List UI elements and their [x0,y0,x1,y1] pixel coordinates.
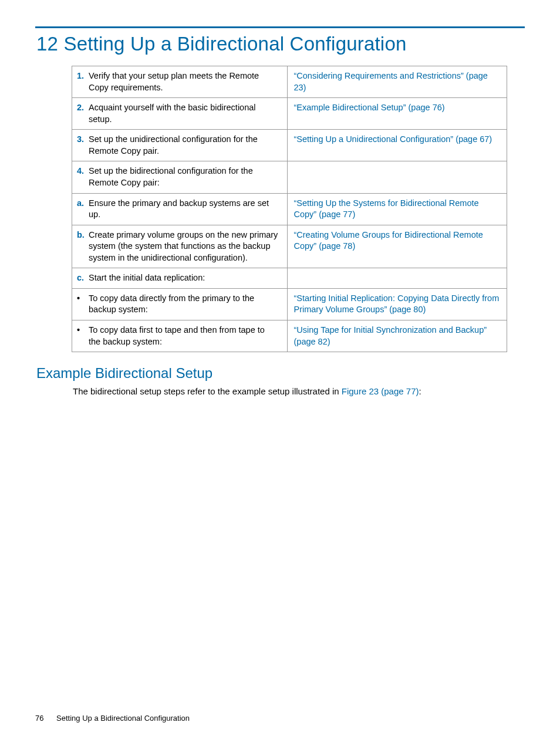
step-marker: 2. [77,102,89,114]
step-text: Verify that your setup plan meets the Re… [89,70,278,93]
chapter-name: Setting Up a Bidirectional Configuration [63,33,406,55]
reference-link[interactable]: “Setting Up the Systems for Bidirectiona… [294,198,478,220]
step-text: Acquaint yourself with the basic bidirec… [89,102,278,125]
reference-cell: “Using Tape for Initial Synchronization … [288,320,507,352]
section-body: The bidirectional setup steps refer to t… [73,385,525,397]
footer-title: Setting Up a Bidirectional Configuration [56,714,190,723]
step-marker: 4. [77,166,89,177]
reference-link[interactable]: “Setting Up a Unidirectional Configurati… [294,134,492,144]
top-rule [35,26,525,28]
step-text: To copy data first to tape and then from… [89,325,278,347]
reference-cell: “Creating Volume Groups for Bidirectiona… [288,225,507,268]
reference-cell [288,161,507,193]
reference-link[interactable]: “Starting Initial Replication: Copying D… [294,293,499,315]
reference-link[interactable]: “Considering Requirements and Restrictio… [294,71,487,92]
reference-link[interactable]: “Using Tape for Initial Synchronization … [294,325,487,346]
step-cell: b.Create primary volume groups on the ne… [72,225,288,268]
table-row: a.Ensure the primary and backup systems … [72,193,507,225]
table-row: •To copy data first to tape and then fro… [72,320,507,352]
step-marker: b. [77,229,89,241]
figure-link[interactable]: Figure 23 (page 77) [342,386,419,396]
reference-cell: “Setting Up the Systems for Bidirectiona… [288,193,507,225]
step-cell: 4.Set up the bidirectional configuration… [72,161,288,193]
table-row: 1.Verify that your setup plan meets the … [72,66,507,98]
step-cell: 2.Acquaint yourself with the basic bidir… [72,98,288,130]
table-row: c.Start the initial data replication: [72,268,507,289]
step-marker: a. [77,198,89,210]
step-cell: •To copy data directly from the primary … [72,288,288,320]
step-cell: 3.Set up the unidirectional configuratio… [72,130,288,161]
table-row: •To copy data directly from the primary … [72,288,507,320]
page-footer: 76 Setting Up a Bidirectional Configurat… [35,714,190,723]
step-cell: •To copy data first to tape and then fro… [72,320,288,352]
reference-link[interactable]: “Example Bidirectional Setup” (page 76) [294,103,444,112]
step-text: To copy data directly from the primary t… [89,293,278,316]
table-row: b.Create primary volume groups on the ne… [72,225,507,268]
step-cell: a.Ensure the primary and backup systems … [72,193,288,225]
table-row: 2.Acquaint yourself with the basic bidir… [72,98,507,130]
table-row: 3.Set up the unidirectional configuratio… [72,130,507,161]
reference-cell: “Considering Requirements and Restrictio… [288,66,507,98]
step-marker: 3. [77,134,89,146]
reference-cell [288,268,507,289]
chapter-number: 12 [36,33,58,55]
step-cell: c.Start the initial data replication: [72,268,288,289]
step-text: Set up the unidirectional configuration … [89,134,278,157]
reference-cell: “Setting Up a Unidirectional Configurati… [288,130,507,161]
step-marker: • [77,293,89,305]
step-text: Start the initial data replication: [89,272,278,284]
step-text: Set up the bidirectional configuration f… [89,166,278,188]
step-marker: c. [77,272,89,284]
step-marker: • [77,325,89,336]
reference-cell: “Starting Initial Replication: Copying D… [288,288,507,320]
step-text: Ensure the primary and backup systems ar… [89,198,278,221]
step-text: Create primary volume groups on the new … [89,229,278,264]
page-number: 76 [35,714,43,723]
table-row: 4.Set up the bidirectional configuration… [72,161,507,193]
reference-cell: “Example Bidirectional Setup” (page 76) [288,98,507,130]
section-text-after: : [419,386,421,396]
steps-table: 1.Verify that your setup plan meets the … [72,66,507,352]
step-marker: 1. [77,70,89,82]
section-heading: Example Bidirectional Setup [36,365,525,382]
section-text-before: The bidirectional setup steps refer to t… [73,386,342,396]
step-cell: 1.Verify that your setup plan meets the … [72,66,288,98]
reference-link[interactable]: “Creating Volume Groups for Bidirectiona… [294,230,483,251]
chapter-title: 12 Setting Up a Bidirectional Configurat… [36,33,525,55]
